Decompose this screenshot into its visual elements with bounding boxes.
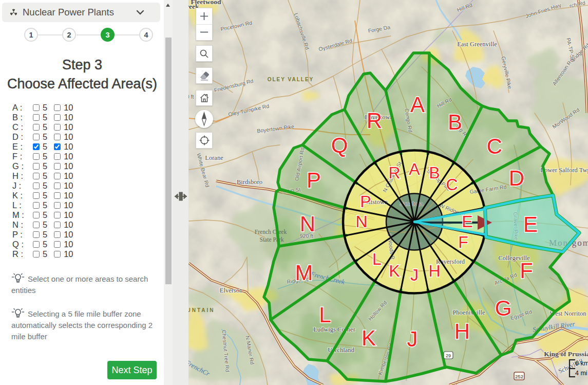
svg-text:OLEY VALLEY: OLEY VALLEY [268,77,314,82]
svg-text:Q: Q [331,133,348,157]
svg-text:Lower Salford Twp: Lower Salford Twp [540,167,588,174]
svg-text:H: H [428,262,440,280]
svg-text:King of Prussia: King of Prussia [544,350,588,358]
svg-text:J: J [407,327,418,351]
svg-text:French Creek: French Creek [255,229,287,235]
svg-text:D: D [509,166,524,190]
svg-text:B: B [429,163,440,182]
svg-text:252: 252 [515,374,523,379]
svg-text:C: C [446,175,458,194]
svg-text:P: P [307,168,321,192]
svg-text:East Greenville: East Greenville [457,41,497,48]
svg-text:6 km: 6 km [575,360,588,367]
svg-text:K: K [389,262,400,280]
svg-text:J: J [410,266,419,284]
svg-text:R: R [388,163,400,182]
svg-text:B: B [448,110,462,134]
svg-text:Birdsboro: Birdsboro [237,178,262,186]
svg-text:H: H [454,319,470,343]
svg-text:N: N [300,212,315,236]
svg-text:C: C [487,134,502,158]
svg-text:L: L [372,250,382,268]
svg-text:P: P [360,192,371,211]
svg-text:L: L [319,303,331,327]
svg-text:State Park: State Park [260,236,284,243]
svg-text:K: K [362,326,376,350]
svg-text:G: G [495,296,512,320]
svg-text:29: 29 [446,353,451,358]
svg-text:A: A [409,160,420,178]
svg-text:Elverson: Elverson [220,287,243,294]
svg-text:A: A [410,93,425,117]
svg-text:F: F [520,259,533,283]
svg-text:Phoenixville: Phoenixville [452,309,485,316]
svg-text:0 ft: 0 ft [188,94,194,100]
svg-text:M: M [295,261,313,285]
svg-text:F: F [458,233,468,251]
svg-text:R: R [367,108,382,133]
svg-text:E: E [462,212,472,231]
svg-text:Ludwigs Corner: Ludwigs Corner [313,326,355,333]
svg-text:UNTAIN: UNTAIN [188,307,215,313]
svg-text:N: N [355,212,367,231]
svg-text:E: E [523,212,538,236]
svg-text:4 mi: 4 mi [575,370,587,377]
svg-text:Lorane: Lorane [205,154,223,161]
